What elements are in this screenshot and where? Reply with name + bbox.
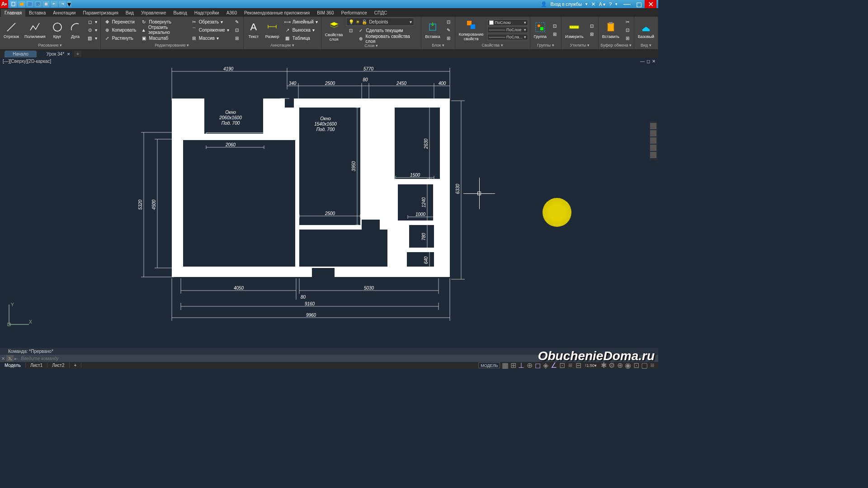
modify-extra2[interactable]: ⊡ [232,26,241,34]
tpy-icon[interactable]: ⊟ [575,362,581,368]
layer-props-button[interactable]: Свойства слоя [323,18,345,42]
modify-extra3[interactable]: ⊞ [232,34,241,42]
modify-extra1[interactable]: ✎ [232,18,241,26]
clip-btn2[interactable]: ⊡ [623,26,632,34]
draw-row3[interactable]: ▨▾ [85,34,99,42]
minimize-button[interactable]: — [621,0,633,8]
tab-a360[interactable]: A360 [223,9,241,17]
panel-layers-title[interactable]: Слои ▾ [321,43,421,49]
customize-icon[interactable]: ≡ [649,362,656,368]
annomonitor-icon[interactable]: ⊕ [617,362,623,368]
drawing-area[interactable]: [—][Сверху][2D-каркас] — ◻ ✕ [0,58,658,351]
maximize-button[interactable]: ◻ [633,0,645,8]
3dosnap-icon[interactable]: ◈ [542,362,549,368]
annovisibility-icon[interactable]: ✱ [600,362,607,368]
lineweight-combo[interactable]: ———— ПоСлое▾ [487,27,528,33]
match-layer-button[interactable]: ⊕Копировать свойства слоя [356,35,419,42]
circle-button[interactable]: Круг [49,20,66,40]
measure-button[interactable]: Измерить [563,20,585,40]
layout1-tab[interactable]: Лист1 [26,362,47,368]
qat-dropdown-icon[interactable]: ▾ [67,1,71,7]
view-label[interactable]: [—][Сверху][2D-каркас] [3,59,51,64]
panel-clip-title[interactable]: Буфер обмена ▾ [599,43,634,49]
nav-pan-icon[interactable] [650,137,656,144]
dimension-button[interactable]: Размер [264,20,281,40]
undo-icon[interactable] [51,1,58,7]
nav-orbit-icon[interactable] [650,145,656,151]
arc-button[interactable]: Дуга [67,20,84,40]
linear-button[interactable]: ⟼Линейный ▾ [283,18,319,26]
rotate-button[interactable]: ↻Повернуть [139,18,187,26]
vp-max-icon[interactable]: ◻ [646,59,650,64]
stretch-button[interactable]: ⤢Растянуть [103,34,138,42]
saveas-icon[interactable] [34,1,42,7]
polyline-button[interactable]: Полилиния [23,20,47,40]
scale-button[interactable]: ▣Масштаб [139,34,187,42]
layer-combo[interactable]: 💡 ☀ 🔓 Defpoints ▾ [346,18,414,26]
panel-block-title[interactable]: Блок ▾ [421,43,454,49]
mirror-button[interactable]: ▲Отразить зеркально [139,26,187,34]
tab-annotate[interactable]: Аннотации [49,9,79,17]
vp-min-icon[interactable]: — [640,59,645,64]
array-button[interactable]: ⊞Массив ▾ [189,34,231,42]
tab-output[interactable]: Вывод [170,9,191,17]
tab-insert[interactable]: Вставка [25,9,49,17]
nav-zoom-icon[interactable] [650,130,656,136]
table-button[interactable]: ▦Таблица [283,34,319,42]
ortho-icon[interactable]: ⊥ [518,362,524,368]
vp-close-icon[interactable]: ✕ [652,59,656,64]
text-button[interactable]: AТекст [245,20,262,40]
color-combo[interactable]: ПоСлою▾ [487,19,528,26]
panel-groups-title[interactable]: Группы ▾ [530,43,561,49]
layout2-tab[interactable]: Лист2 [47,362,69,368]
polar-icon[interactable]: ⊕ [526,362,533,368]
fillet-button[interactable]: ⌒Сопряжение ▾ [189,26,231,34]
block-btn2[interactable]: ✎ [444,26,453,34]
exchange-icon[interactable]: ✕ [591,1,595,7]
block-btn3[interactable]: ⊞ [444,34,453,42]
document-tab[interactable]: Урок 34*✕ [38,51,72,57]
base-button[interactable]: Базовый [636,20,656,40]
close-button[interactable]: ✕ [645,0,656,8]
signin-button[interactable]: Вход в службы [551,2,582,7]
print-icon[interactable] [42,1,50,7]
leader-button[interactable]: ↗Выноска ▾ [283,26,319,34]
add-layout-button[interactable]: + [70,362,82,368]
paste-button[interactable]: Вставить [600,20,621,40]
nav-full-icon[interactable] [650,123,656,129]
insert-button[interactable]: Вставка [423,20,442,40]
panel-util-title[interactable]: Утилиты ▾ [561,43,598,49]
move-button[interactable]: ✥Перенести [103,18,138,26]
dyn-icon[interactable]: ⊡ [559,362,565,368]
otrack-icon[interactable]: ∠ [551,362,557,368]
add-tab-button[interactable]: + [74,51,81,57]
tab-manage[interactable]: Управление [137,9,170,17]
clean-icon[interactable]: ▢ [641,362,647,368]
group-btn1[interactable]: ⊡ [550,22,559,30]
command-input[interactable] [18,356,658,361]
redo-icon[interactable] [59,1,66,7]
tab-featured[interactable]: Рекомендованные приложения [241,9,313,17]
isolate-icon[interactable]: ⊡ [633,362,639,368]
tab-spds[interactable]: СПДС [371,9,391,17]
panel-annot-title[interactable]: Аннотации ▾ [244,43,321,49]
copy-button[interactable]: ⊕Копировать [103,26,138,34]
new-icon[interactable] [10,1,17,7]
draw-row2[interactable]: ⊙▾ [85,26,99,34]
util-btn1[interactable]: ⊡ [587,22,596,30]
block-btn1[interactable]: ⊡ [444,18,453,26]
panel-draw-title[interactable]: Рисование ▾ [0,43,100,49]
cmd-close-icon[interactable]: ✕ [0,356,6,361]
util-btn2[interactable]: ⊞ [587,30,596,38]
group-button[interactable]: Группа [532,20,549,40]
panel-props-title[interactable]: Свойства ▾ [455,43,530,49]
clip-btn3[interactable]: ⊞ [623,34,632,42]
osnap-icon[interactable]: ◻ [534,362,541,368]
save-icon[interactable] [26,1,33,7]
annoscale-button[interactable]: ⟟ 1:50 ▾ [583,362,599,368]
match-props-button[interactable]: Копирование свойств [457,18,486,42]
modelspace-button[interactable]: МОДЕЛЬ [478,362,500,368]
snap-icon[interactable]: ⊞ [510,362,516,368]
person-icon[interactable]: 👤 [541,1,547,7]
trim-button[interactable]: ✂Обрезать ▾ [189,18,231,26]
